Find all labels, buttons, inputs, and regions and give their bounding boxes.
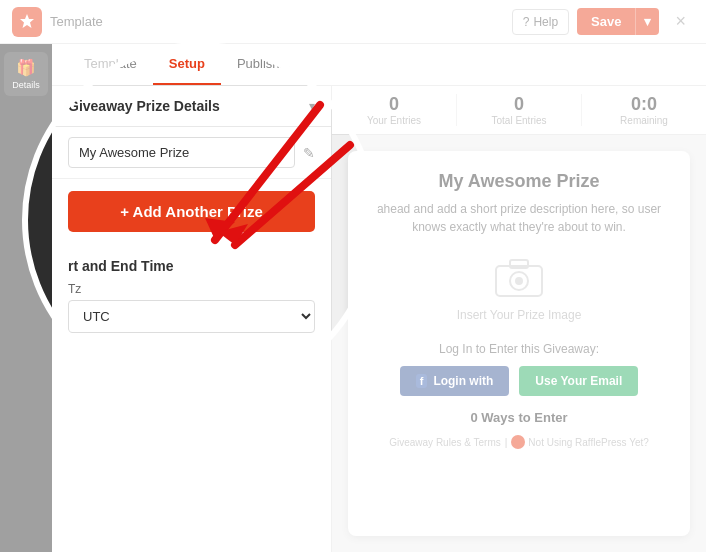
prize-image-placeholder[interactable]: [489, 252, 549, 302]
template-title: Template: [50, 14, 504, 29]
total-entries-value: 0: [457, 94, 581, 115]
edit-icon[interactable]: ✎: [303, 145, 315, 161]
save-label: Save: [577, 8, 635, 35]
remaining-value: 0:0: [582, 94, 706, 115]
remaining-label: Remaining: [582, 115, 706, 126]
prize-details-title: Giveaway Prize Details: [68, 98, 220, 114]
email-login-button[interactable]: Use Your Email: [519, 366, 638, 396]
your-entries-label: Your Entries: [332, 115, 456, 126]
fb-icon: f: [416, 374, 428, 388]
main-area: 🎁 Details Template Setup Publish...: [0, 44, 706, 552]
login-label: Log In to Enter this Giveaway:: [368, 342, 670, 356]
facebook-login-button[interactable]: f Login with: [400, 366, 510, 396]
footer-rules-link[interactable]: Giveaway Rules & Terms: [389, 437, 501, 448]
timezone-label: Tz: [52, 282, 331, 300]
top-bar: Template ? Help Save ▾ ×: [0, 0, 706, 44]
ways-to-enter: 0 Ways to Enter: [368, 410, 670, 425]
stat-remaining: 0:0 Remaining: [582, 94, 706, 126]
time-section-header: rt and End Time: [52, 244, 331, 282]
preview-prize-desc: ahead and add a short prize description …: [368, 200, 670, 236]
prize-name-input[interactable]: [68, 137, 295, 168]
chevron-down-icon: ▾: [309, 99, 315, 113]
prize-input-row: ✎: [52, 127, 331, 179]
preview-card: My Awesome Prize ahead and add a short p…: [348, 151, 690, 536]
details-icon: 🎁: [16, 58, 36, 77]
stat-your-entries: 0 Your Entries: [332, 94, 457, 126]
app-logo: [12, 7, 42, 37]
left-panel: Giveaway Prize Details ▾ ✎ + Add Another…: [52, 86, 332, 552]
stats-bar: 0 Your Entries 0 Total Entries 0:0 Remai…: [332, 86, 706, 135]
footer-raffle-link[interactable]: Not Using RafflePress Yet?: [528, 437, 648, 448]
top-bar-actions: ? Help Save ▾ ×: [512, 7, 694, 36]
help-icon: ?: [523, 15, 530, 29]
app-container: Template ? Help Save ▾ × 🎁 Details: [0, 0, 706, 552]
sidebar: 🎁 Details: [0, 44, 52, 552]
tab-publish[interactable]: Publish...: [221, 44, 306, 85]
prize-details-header: Giveaway Prize Details ▾: [52, 86, 331, 127]
total-entries-label: Total Entries: [457, 115, 581, 126]
preview-prize-title: My Awesome Prize: [368, 171, 670, 192]
your-entries-value: 0: [332, 94, 456, 115]
login-buttons: f Login with Use Your Email: [368, 366, 670, 396]
sidebar-item-label: Details: [12, 80, 40, 90]
footer-separator: |: [505, 437, 508, 448]
save-button[interactable]: Save ▾: [577, 8, 659, 35]
prize-image-label: Insert Your Prize Image: [368, 308, 670, 322]
panels: Giveaway Prize Details ▾ ✎ + Add Another…: [52, 86, 706, 552]
add-prize-button[interactable]: + Add Another Prize: [68, 191, 315, 232]
right-panel: 0 Your Entries 0 Total Entries 0:0 Remai…: [332, 86, 706, 552]
sidebar-item-details[interactable]: 🎁 Details: [4, 52, 48, 96]
footer-links: Giveaway Rules & Terms | Not Using Raffl…: [368, 435, 670, 449]
stat-total-entries: 0 Total Entries: [457, 94, 582, 126]
save-dropdown-icon[interactable]: ▾: [635, 8, 659, 35]
time-section-title: rt and End Time: [68, 258, 174, 274]
raffle-logo-small: [511, 435, 525, 449]
timezone-select[interactable]: UTC: [68, 300, 315, 333]
help-button[interactable]: ? Help: [512, 9, 569, 35]
close-button[interactable]: ×: [667, 7, 694, 36]
svg-point-3: [515, 277, 523, 285]
tab-bar: Template Setup Publish...: [52, 44, 706, 86]
tab-setup[interactable]: Setup: [153, 44, 221, 85]
tab-template[interactable]: Template: [68, 44, 153, 85]
content-area: Template Setup Publish... Giveaway Prize…: [52, 44, 706, 552]
